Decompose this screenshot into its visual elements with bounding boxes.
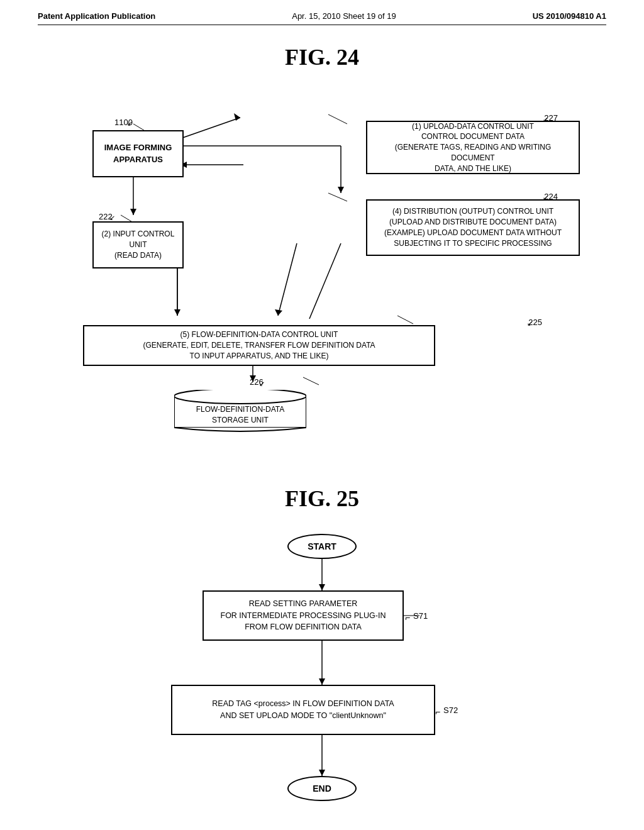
- svg-marker-30: [319, 678, 325, 685]
- svg-line-21: [397, 316, 413, 324]
- s71-slash: ⌐: [405, 612, 410, 622]
- header-center: Apr. 15, 2010 Sheet 19 of 19: [292, 11, 396, 21]
- svg-marker-32: [319, 770, 325, 776]
- svg-line-10: [278, 243, 297, 316]
- header-right: US 2010/094810 A1: [533, 11, 606, 21]
- svg-marker-11: [275, 309, 282, 316]
- ref-arrow-1100: ↙: [127, 119, 133, 128]
- s72-box: READ TAG <process> IN FLOW DEFINITION DA…: [171, 685, 435, 735]
- header-left: Patent Application Publication: [38, 11, 155, 21]
- svg-marker-1: [234, 113, 240, 121]
- fig24-diagram: 1100 ↙ IMAGE FORMINGAPPARATUS 227 ↙ (1) …: [58, 83, 586, 448]
- svg-text:FLOW-DEFINITION-DATA: FLOW-DEFINITION-DATA: [196, 405, 285, 414]
- fig24-title: FIG. 24: [38, 44, 606, 70]
- fig25-diagram: START READ SETTING PARAMETER FOR INTERME…: [133, 524, 511, 830]
- flow-storage-box: FLOW-DEFINITION-DATA STORAGE UNIT: [174, 390, 306, 434]
- s71-label: S71: [413, 611, 428, 621]
- page-header: Patent Application Publication Apr. 15, …: [38, 11, 606, 25]
- svg-marker-13: [174, 309, 180, 316]
- s72-slash: ⌐: [435, 707, 440, 717]
- svg-line-14: [309, 243, 341, 319]
- ref-arrow-226: ↙: [259, 380, 265, 388]
- s72-label: S72: [443, 706, 458, 715]
- input-control-box: (2) INPUT CONTROLUNIT(READ DATA): [92, 221, 184, 268]
- ref-arrow-225: ↙: [527, 319, 533, 328]
- flow-definition-ctrl-box: (5) FLOW-DEFINITION-DATA CONTROL UNIT (G…: [83, 325, 435, 366]
- svg-point-24: [174, 390, 306, 404]
- image-forming-box: IMAGE FORMINGAPPARATUS: [92, 130, 184, 177]
- start-node: START: [287, 534, 357, 559]
- distribution-box: (4) DISTRIBUTION (OUTPUT) CONTROL UNIT (…: [366, 199, 580, 256]
- svg-line-20: [328, 193, 347, 201]
- svg-line-22: [303, 377, 319, 385]
- end-node: END: [287, 776, 357, 801]
- svg-marker-28: [319, 584, 325, 590]
- fig25-title: FIG. 25: [38, 485, 606, 512]
- svg-marker-5: [130, 209, 136, 215]
- svg-text:STORAGE UNIT: STORAGE UNIT: [212, 416, 269, 424]
- page: Patent Application Publication Apr. 15, …: [0, 0, 644, 830]
- svg-marker-9: [338, 187, 344, 193]
- svg-line-0: [177, 118, 240, 140]
- upload-data-box: (1) UPLOAD-DATA CONTROL UNIT CONTROL DOC…: [366, 121, 580, 174]
- svg-line-18: [328, 114, 347, 124]
- s71-box: READ SETTING PARAMETER FOR INTERMEDIATE …: [203, 590, 404, 641]
